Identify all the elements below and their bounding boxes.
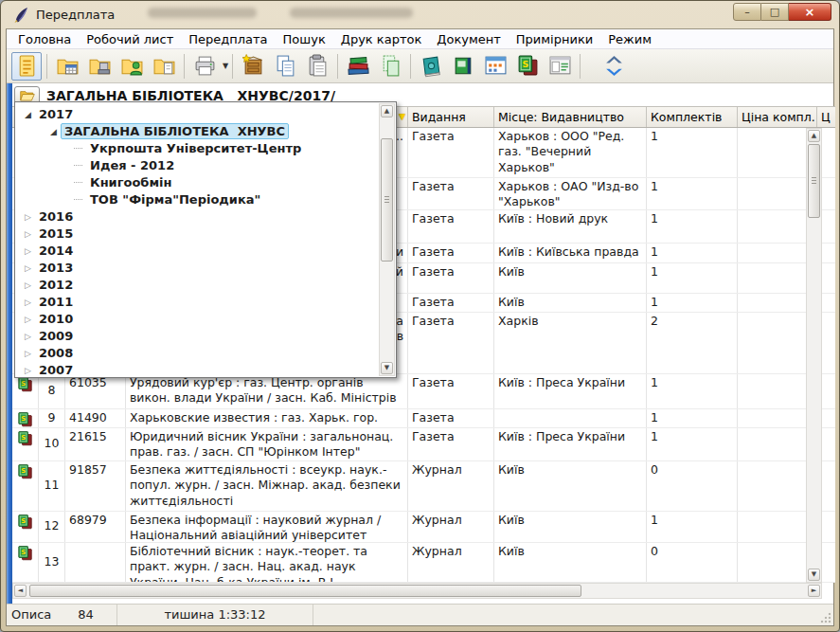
toolbar-separator	[46, 54, 47, 79]
scroll-left-button[interactable]: ◄	[14, 585, 27, 597]
book-green-button[interactable]	[448, 52, 478, 81]
scroll-up-button[interactable]: ▲	[808, 130, 820, 142]
sets-cell: 1	[647, 128, 738, 177]
collapsed-node-icon[interactable]: ▷	[21, 315, 35, 324]
card-catalog-button[interactable]	[238, 52, 268, 81]
tree-item-2016[interactable]: ▷2016	[15, 208, 379, 226]
column-header-clipped[interactable]: Ц	[817, 107, 835, 127]
tree-item-label-selected: ЗАГАЛЬНА БІБЛІОТЕКА ХНУВС	[61, 123, 289, 139]
scroll-thumb[interactable]	[381, 138, 393, 262]
column-header-place[interactable]: Місце: Видавництво	[494, 107, 647, 127]
menu-item-6[interactable]: Документ	[429, 30, 509, 48]
menu-item-4[interactable]: Пошук	[276, 30, 333, 48]
tree-item-label: 2007	[35, 362, 77, 377]
edition-cell: Газета	[408, 428, 494, 460]
tree-item-книгообмін[interactable]: Книгообмін	[15, 174, 379, 191]
scroll-thumb[interactable]	[808, 144, 820, 218]
print-dropdown-arrow[interactable]: ▼	[223, 62, 228, 70]
minimize-button[interactable]: –	[733, 3, 761, 21]
table-vertical-scrollbar[interactable]: ▲ ▼	[806, 128, 822, 583]
details-view-button[interactable]	[545, 52, 575, 81]
serials-button[interactable]: S	[512, 52, 543, 81]
tree-item-2010[interactable]: ▷2010	[15, 311, 379, 328]
table-row[interactable]: S13Бібліотечний вісник : наук.-теорет. т…	[12, 543, 835, 583]
tree-item-2007[interactable]: ▷2007	[15, 362, 379, 377]
svg-text:S: S	[21, 517, 26, 525]
table-view-button[interactable]	[480, 52, 510, 81]
menu-item-2[interactable]: Робочий лист	[79, 30, 181, 48]
tree-item-2008[interactable]: ▷2008	[15, 345, 379, 362]
tree-item-2012[interactable]: ▷2012	[15, 277, 379, 294]
collapsed-node-icon[interactable]: ▷	[21, 298, 35, 307]
menu-item-5[interactable]: Друк карток	[333, 30, 430, 48]
menu-item-7[interactable]: Примірники	[509, 30, 600, 48]
column-header-sets[interactable]: Комплектів	[647, 107, 738, 127]
print-button[interactable]	[189, 52, 220, 81]
table-row[interactable]: S1191857Безпека життєдіяльності : всеукр…	[12, 461, 835, 512]
content-area: ЗАГАЛЬНА БІБЛІОТЕКА ХНУВС/2017/ ▼Видання…	[7, 83, 833, 604]
expanded-node-icon[interactable]: ◢	[46, 127, 61, 136]
collapsed-node-icon[interactable]: ▷	[21, 246, 35, 256]
tree-item-2013[interactable]: ▷2013	[15, 260, 379, 277]
folder-calendar-button[interactable]	[52, 52, 82, 81]
menu-item-1[interactable]: Головна	[10, 30, 79, 48]
row-number-cell: 10	[39, 428, 65, 460]
scroll-up-button[interactable]: ▲	[381, 105, 393, 117]
copy-button[interactable]	[270, 52, 300, 81]
resize-grip[interactable]	[820, 612, 831, 623]
tree-item-label: 2011	[35, 294, 77, 310]
scroll-thumb[interactable]	[29, 585, 581, 597]
table-row[interactable]: S861035Урядовий кур'єр : газ. Центр. орг…	[12, 374, 835, 409]
worksheet-button[interactable]	[11, 52, 42, 81]
tree-item-2017[interactable]: ◢2017	[15, 106, 379, 123]
column-header-price[interactable]: Ціна компл.	[738, 107, 817, 127]
collapsed-node-icon[interactable]: ▷	[21, 263, 35, 273]
book-teal-button[interactable]	[416, 52, 446, 81]
folder-user-button[interactable]	[116, 52, 147, 81]
tree-item-2015[interactable]: ▷2015	[15, 226, 379, 243]
tree-item-тов-фірма-періодика-[interactable]: ТОВ "Фірма"Періодика"	[15, 191, 379, 208]
folder-copy-button[interactable]	[149, 52, 179, 81]
books-stack-button[interactable]	[343, 52, 373, 81]
tree-item-2009[interactable]: ▷2009	[15, 328, 379, 345]
maximize-button[interactable]: □	[761, 3, 789, 21]
collapsed-node-icon[interactable]: ▷	[21, 212, 35, 222]
status-empty-section	[313, 605, 833, 625]
tree-item-идея-2012[interactable]: Идея - 2012	[15, 157, 379, 174]
place-publisher-cell: Харків	[494, 313, 647, 373]
index-code-cell: 41490	[65, 409, 126, 427]
tree-item-label: 2017	[35, 106, 77, 122]
scroll-right-button[interactable]: ►	[808, 585, 820, 597]
table-row[interactable]: S1268979Безпека інформації : науковий жу…	[12, 512, 835, 543]
open-folder-icon	[20, 89, 35, 102]
scroll-down-button[interactable]: ▼	[381, 362, 393, 374]
collapsed-node-icon[interactable]: ▷	[21, 229, 35, 239]
collapsed-node-icon[interactable]: ▷	[21, 280, 35, 290]
expanded-node-icon[interactable]: ◢	[21, 110, 35, 119]
table-horizontal-scrollbar[interactable]: ◄ ►	[12, 583, 822, 599]
table-row[interactable]: S1021615Юридичний вісник України : загал…	[12, 428, 835, 461]
sync-button[interactable]	[599, 52, 629, 81]
collapsed-node-icon[interactable]: ▷	[21, 332, 35, 341]
tree-item-укрпошта-університет-центр[interactable]: Укрпошта Університет-Центр	[15, 140, 379, 157]
sets-cell: 2	[647, 313, 738, 373]
column-header-edition[interactable]: Видання	[408, 107, 494, 127]
table-row[interactable]: S941490Харьковские известия : газ. Харьк…	[12, 409, 835, 428]
tree-scrollbar[interactable]: ▲ ▼	[379, 103, 395, 376]
sets-cell: 1	[647, 512, 738, 542]
close-button[interactable]: ×	[789, 3, 831, 21]
tree-item-2014[interactable]: ▷2014	[15, 243, 379, 260]
tree-item-загальна-бібліотека-хнувс[interactable]: ◢ЗАГАЛЬНА БІБЛІОТЕКА ХНУВС	[15, 123, 379, 140]
menu-item-3[interactable]: Передплата	[181, 30, 275, 48]
folder-edit-button[interactable]	[84, 52, 115, 81]
menu-item-8[interactable]: Режим	[600, 30, 659, 48]
collapsed-node-icon[interactable]: ▷	[21, 349, 35, 358]
scroll-down-button[interactable]: ▼	[808, 569, 820, 581]
tree-item-2011[interactable]: ▷2011	[15, 294, 379, 311]
collapsed-node-icon[interactable]: ▷	[21, 366, 35, 375]
paste-button[interactable]	[302, 52, 332, 81]
index-code-cell	[65, 543, 126, 582]
idle-timer: тишина 1:33:12	[164, 607, 265, 622]
edition-cell: Газета	[408, 128, 494, 177]
copy-records-button[interactable]	[375, 52, 405, 81]
